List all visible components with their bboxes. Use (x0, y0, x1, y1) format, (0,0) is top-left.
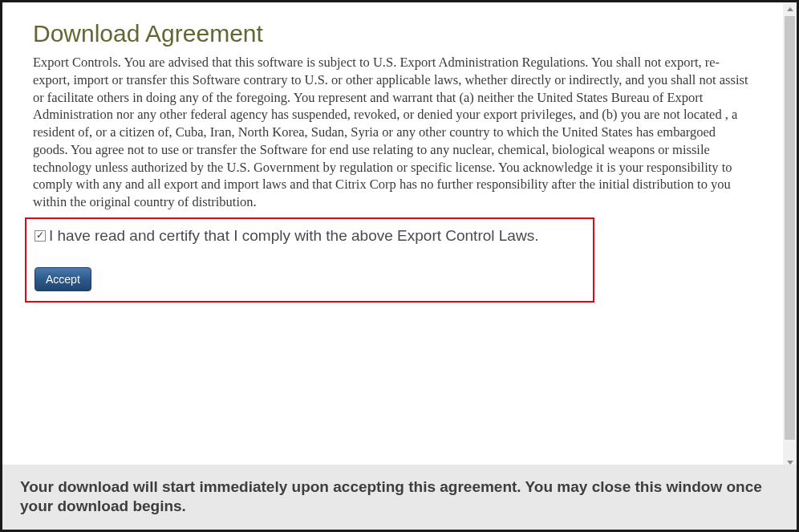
scroll-up-icon[interactable] (783, 2, 797, 16)
scroll-area: Download Agreement Export Controls. You … (2, 2, 797, 530)
page-title: Download Agreement (33, 20, 752, 47)
consent-checkbox[interactable] (34, 230, 46, 242)
scrollbar-vertical[interactable] (783, 2, 797, 469)
content-region: Download Agreement Export Controls. You … (2, 2, 783, 303)
agreement-body-text: Export Controls. You are advised that th… (33, 54, 752, 211)
consent-label: I have read and certify that I comply wi… (49, 227, 538, 245)
accept-button[interactable]: Accept (34, 267, 91, 291)
dialog-frame: Download Agreement Export Controls. You … (0, 0, 799, 532)
scrollbar-thumb[interactable] (785, 16, 795, 440)
footer-message: Your download will start immediately upo… (2, 465, 797, 530)
consent-highlight-box: I have read and certify that I comply wi… (25, 217, 594, 303)
consent-row: I have read and certify that I comply wi… (34, 227, 585, 245)
